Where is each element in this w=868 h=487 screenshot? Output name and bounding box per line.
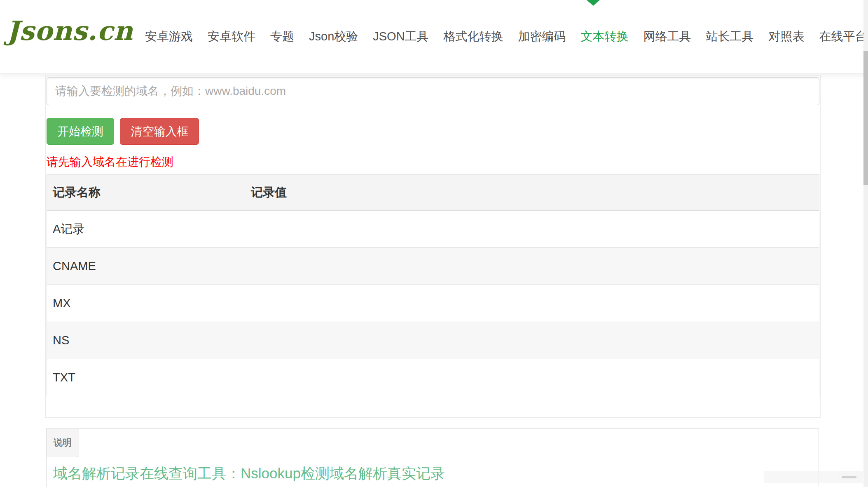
record-value-cell xyxy=(245,248,819,285)
nav-item-0[interactable]: 安卓游戏 xyxy=(138,28,200,45)
nav-item-8[interactable]: 网络工具 xyxy=(636,28,699,45)
clear-input-button[interactable]: 清空输入框 xyxy=(120,118,199,145)
widget-dash-icon xyxy=(842,476,856,478)
record-name-cell: A记录 xyxy=(47,211,245,248)
site-header: Jsons.cn 安卓游戏安卓软件专题Json校验JSON工具格式化转换加密编码… xyxy=(0,0,868,74)
nav-item-9[interactable]: 站长工具 xyxy=(699,28,761,45)
lookup-tool-card: 开始检测 清空输入框 请先输入域名在进行检测 记录名称 记录值 A记录CNAME… xyxy=(45,75,821,418)
main-nav: 安卓游戏安卓软件专题Json校验JSON工具格式化转换加密编码文本转换网络工具站… xyxy=(138,0,868,73)
table-row: CNAME xyxy=(47,248,819,285)
record-name-cell: NS xyxy=(47,322,245,359)
record-value-cell xyxy=(245,359,819,396)
record-name-cell: CNAME xyxy=(47,248,245,285)
record-value-cell xyxy=(245,211,819,248)
site-logo[interactable]: Jsons.cn xyxy=(7,12,133,49)
nav-item-5[interactable]: 格式化转换 xyxy=(436,28,511,45)
column-header-record-value: 记录值 xyxy=(245,175,819,211)
active-nav-arrow-icon xyxy=(587,0,600,6)
nav-item-1[interactable]: 安卓软件 xyxy=(200,28,263,45)
nav-item-7[interactable]: 文本转换 xyxy=(573,28,636,45)
floating-widget xyxy=(764,471,863,483)
note-tab: 说明 xyxy=(47,429,79,457)
start-check-button[interactable]: 开始检测 xyxy=(47,118,114,145)
nav-item-11[interactable]: 在线平台 xyxy=(812,28,868,45)
table-row: A记录 xyxy=(47,211,819,248)
record-value-cell xyxy=(245,322,819,359)
nav-item-2[interactable]: 专题 xyxy=(263,28,302,45)
note-panel: 说明 域名解析记录在线查询工具：Nslookup检测域名解析真实记录 xyxy=(46,428,819,487)
column-header-record-name: 记录名称 xyxy=(47,175,245,211)
record-value-cell xyxy=(245,285,819,322)
table-header-row: 记录名称 记录值 xyxy=(47,175,819,211)
nav-item-4[interactable]: JSON工具 xyxy=(365,28,436,45)
scrollbar-thumb[interactable] xyxy=(863,51,868,185)
record-name-cell: MX xyxy=(47,285,245,322)
domain-input[interactable] xyxy=(47,77,819,105)
nav-item-6[interactable]: 加密编码 xyxy=(511,28,573,45)
dns-records-table: 记录名称 记录值 A记录CNAMEMXNSTXT xyxy=(47,174,819,396)
nav-item-10[interactable]: 对照表 xyxy=(761,28,812,45)
nav-item-3[interactable]: Json校验 xyxy=(302,28,365,45)
scrollbar-track[interactable] xyxy=(863,0,868,487)
record-name-cell: TXT xyxy=(47,359,245,396)
button-row: 开始检测 清空输入框 xyxy=(47,118,819,145)
table-row: MX xyxy=(47,285,819,322)
table-row: TXT xyxy=(47,359,819,396)
warning-message: 请先输入域名在进行检测 xyxy=(47,154,819,170)
table-row: NS xyxy=(47,322,819,359)
note-title: 域名解析记录在线查询工具：Nslookup检测域名解析真实记录 xyxy=(53,464,819,483)
